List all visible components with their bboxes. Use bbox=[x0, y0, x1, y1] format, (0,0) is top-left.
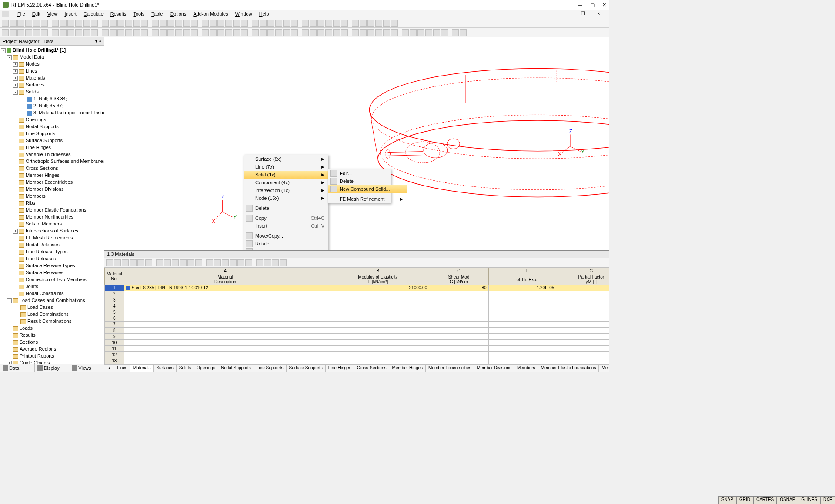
context-item[interactable]: Mirror... bbox=[244, 248, 328, 250]
toolbar-button[interactable] bbox=[383, 29, 390, 36]
row-no[interactable]: 4 bbox=[105, 303, 124, 309]
menu-window[interactable]: Window bbox=[232, 10, 256, 17]
context-submenu[interactable]: Edit...DeleteNew Compound Solid...FE Mes… bbox=[328, 169, 391, 203]
menu-calculate[interactable]: Calculate bbox=[80, 10, 107, 17]
context-item[interactable]: Line (7x)▶ bbox=[244, 163, 328, 171]
toolbar-button[interactable] bbox=[441, 29, 448, 36]
row-no[interactable]: 1 bbox=[105, 285, 124, 291]
tree-item[interactable]: Average Regions bbox=[20, 346, 56, 351]
col-header[interactable]: of Th. Exp. bbox=[498, 274, 556, 285]
toolbar-button[interactable] bbox=[333, 29, 340, 36]
context-item[interactable]: New Compound Solid... bbox=[328, 185, 407, 193]
row-no[interactable]: 5 bbox=[105, 309, 124, 315]
tree-item[interactable]: Members bbox=[26, 193, 46, 199]
bottom-tab[interactable]: Cross-Sections bbox=[354, 365, 390, 372]
toolbar-button[interactable] bbox=[180, 259, 187, 266]
menu-options[interactable]: Options bbox=[166, 10, 190, 17]
menu-insert[interactable]: Insert bbox=[61, 10, 80, 17]
toolbar-button[interactable] bbox=[214, 259, 221, 266]
toolbar-button[interactable] bbox=[260, 20, 267, 27]
context-item[interactable]: Edit... bbox=[328, 169, 407, 177]
toolbar-button[interactable] bbox=[341, 29, 348, 36]
toolbar-button[interactable] bbox=[245, 259, 252, 266]
tree-item[interactable]: Member Elastic Foundations bbox=[26, 207, 86, 212]
toolbar-button[interactable] bbox=[217, 20, 224, 27]
toolbar-button[interactable] bbox=[352, 29, 359, 36]
toolbar-button[interactable] bbox=[33, 20, 40, 27]
toolbar-button[interactable] bbox=[391, 29, 398, 36]
bottom-tab[interactable]: Materials bbox=[130, 365, 154, 372]
toolbar-button[interactable] bbox=[256, 259, 263, 266]
tree-item[interactable]: Nodal Supports bbox=[26, 124, 59, 129]
toolbar-button[interactable] bbox=[175, 29, 182, 36]
toolbar-button[interactable] bbox=[91, 20, 98, 27]
toolbar-button[interactable] bbox=[283, 20, 290, 27]
tree-lcc-item[interactable]: Load Cases bbox=[27, 305, 53, 310]
toolbar-button[interactable] bbox=[133, 20, 140, 27]
toolbar-button[interactable] bbox=[114, 259, 121, 266]
toolbar-button[interactable] bbox=[280, 259, 287, 266]
bottom-tab[interactable]: Nodal Supports bbox=[218, 365, 254, 372]
toolbar-button[interactable] bbox=[83, 20, 90, 27]
mdi-icon[interactable] bbox=[2, 11, 9, 17]
toolbar-button[interactable] bbox=[237, 259, 244, 266]
context-item[interactable]: CopyCtrl+C bbox=[244, 214, 328, 222]
toolbar-button[interactable] bbox=[106, 259, 113, 266]
tree-item[interactable]: Guide Objects bbox=[20, 360, 50, 364]
col-letter[interactable]: B bbox=[327, 268, 429, 274]
toolbar-button[interactable] bbox=[2, 20, 9, 27]
bottom-tab[interactable]: Member Nonlinearities bbox=[599, 365, 609, 372]
row-no[interactable]: 13 bbox=[105, 358, 124, 364]
tree-item[interactable]: Line Release Types bbox=[26, 249, 67, 254]
toolbar-button[interactable] bbox=[145, 259, 152, 266]
toolbar-button[interactable] bbox=[433, 29, 440, 36]
toolbar-button[interactable] bbox=[10, 20, 17, 27]
toolbar-button[interactable] bbox=[260, 29, 267, 36]
tree-root[interactable]: Blind Hole Drilling1* [1] bbox=[13, 47, 66, 53]
tree-solid-item[interactable]: 3: Material Isotropic Linear Elastic; 2,… bbox=[33, 110, 104, 115]
menu-view[interactable]: View bbox=[44, 10, 61, 17]
toolbar-button[interactable] bbox=[317, 29, 324, 36]
toolbar-button[interactable] bbox=[17, 29, 24, 36]
toolbar-button[interactable] bbox=[410, 29, 417, 36]
col-header[interactable]: Partial FactorγM [-] bbox=[556, 274, 609, 285]
toolbar-button[interactable] bbox=[41, 29, 48, 36]
toolbar-button[interactable] bbox=[67, 20, 74, 27]
toolbar-button[interactable] bbox=[25, 20, 32, 27]
toolbar-button[interactable] bbox=[83, 29, 90, 36]
toolbar-button[interactable] bbox=[137, 259, 144, 266]
context-item[interactable]: Intersection (1x)▶ bbox=[244, 186, 328, 194]
context-item[interactable]: Move/Copy... bbox=[244, 232, 328, 240]
toolbar-button[interactable] bbox=[110, 29, 117, 36]
toolbar-button[interactable] bbox=[402, 29, 409, 36]
toolbar-button[interactable] bbox=[141, 29, 148, 36]
tree-solid-item[interactable]: 2: Null; 35-37; bbox=[33, 103, 63, 108]
toolbar-button[interactable] bbox=[183, 20, 190, 27]
toolbar-button[interactable] bbox=[191, 20, 198, 27]
context-item[interactable]: FE Mesh Refinement▶ bbox=[328, 195, 407, 203]
toolbar-button[interactable] bbox=[367, 20, 374, 27]
toolbar-button[interactable] bbox=[152, 29, 159, 36]
bottom-tab[interactable]: Member Divisions bbox=[474, 365, 514, 372]
mdi-restore[interactable]: ❐ bbox=[578, 10, 589, 17]
toolbar-button[interactable] bbox=[164, 259, 171, 266]
bottom-tab[interactable]: Openings bbox=[194, 365, 218, 372]
tree-item[interactable]: Surface Release Types bbox=[26, 263, 75, 268]
toolbar-button[interactable] bbox=[67, 29, 74, 36]
tree-item[interactable]: Joints bbox=[26, 284, 38, 289]
tree-model-data[interactable]: Model Data bbox=[20, 54, 44, 60]
toolbar-button[interactable] bbox=[10, 29, 17, 36]
tree-item[interactable]: Openings bbox=[26, 117, 46, 122]
toolbar-button[interactable] bbox=[317, 20, 324, 27]
toolbar-button[interactable] bbox=[210, 20, 217, 27]
toolbar-button[interactable] bbox=[352, 20, 359, 27]
row-no[interactable]: 7 bbox=[105, 322, 124, 328]
toolbar-button[interactable] bbox=[275, 20, 282, 27]
tree-item[interactable]: Member Nonlinearities bbox=[26, 214, 73, 219]
row-no[interactable]: 8 bbox=[105, 328, 124, 334]
toolbar-button[interactable] bbox=[167, 29, 174, 36]
toolbar-button[interactable] bbox=[418, 29, 424, 36]
minimize-button[interactable]: — bbox=[578, 2, 582, 8]
toolbar-button[interactable] bbox=[325, 29, 332, 36]
bottom-tab[interactable]: Surfaces bbox=[154, 365, 176, 372]
